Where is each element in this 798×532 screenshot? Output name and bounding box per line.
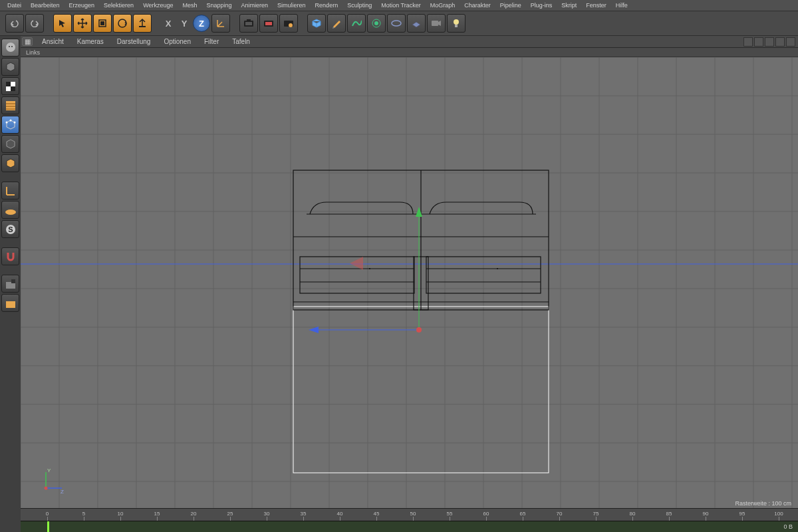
- uv-mode-button[interactable]: [1, 96, 19, 114]
- vp-menu-ansicht[interactable]: Ansicht: [35, 38, 70, 45]
- menu-mograph[interactable]: MoGraph: [426, 2, 460, 9]
- polygon-mode-button[interactable]: [1, 154, 19, 172]
- viewport-panel: ▦ AnsichtKamerasDarstellungOptionenFilte…: [21, 36, 798, 532]
- vp-menu-optionen[interactable]: Optionen: [157, 38, 198, 45]
- timeline-track[interactable]: 0 B: [21, 521, 798, 532]
- svg-rect-4: [244, 21, 253, 27]
- live-select-tool[interactable]: [53, 14, 72, 33]
- menu-bearbeiten[interactable]: Bearbeiten: [26, 2, 65, 9]
- place-tool[interactable]: [133, 14, 152, 33]
- svg-rect-32: [6, 301, 15, 308]
- axis-button[interactable]: [1, 182, 19, 200]
- svg-point-17: [6, 43, 15, 52]
- svg-rect-21: [6, 82, 11, 86]
- vp-nav-icon-5[interactable]: [786, 37, 795, 47]
- menu-snapping[interactable]: Snapping: [202, 2, 237, 9]
- menu-sculpting[interactable]: Sculpting: [342, 2, 376, 9]
- vp-menu-filter[interactable]: Filter: [198, 38, 225, 45]
- viewport-panel-icon[interactable]: ▦: [22, 37, 33, 46]
- undo-button[interactable]: [5, 14, 24, 33]
- menu-skript[interactable]: Skript: [557, 2, 581, 9]
- vp-menu-darstellung[interactable]: Darstellung: [110, 38, 158, 45]
- menu-hilfe[interactable]: Hilfe: [611, 2, 632, 9]
- spline-button[interactable]: [347, 14, 366, 33]
- svg-marker-88: [350, 257, 363, 270]
- render-settings-button[interactable]: [279, 14, 298, 33]
- grid-size-label: Rasterweite : 100 cm: [735, 500, 791, 507]
- vp-nav-icon-3[interactable]: [765, 37, 774, 47]
- svg-rect-14: [432, 21, 438, 26]
- menu-werkzeuge[interactable]: Werkzeuge: [138, 2, 178, 9]
- workplane-button[interactable]: [1, 201, 19, 219]
- svg-point-24: [9, 119, 11, 121]
- svg-marker-86: [309, 327, 319, 333]
- vp-nav-icon-4[interactable]: [775, 37, 785, 47]
- svg-rect-31: [11, 279, 15, 283]
- head-icon[interactable]: [1, 39, 19, 57]
- svg-rect-6: [247, 19, 251, 21]
- menu-animieren[interactable]: Animieren: [237, 2, 273, 9]
- svg-point-10: [289, 23, 293, 27]
- svg-point-80: [497, 268, 498, 269]
- svg-point-87: [416, 327, 422, 332]
- vp-menu-kameras[interactable]: Kameras: [70, 38, 110, 45]
- svg-point-2: [118, 19, 126, 27]
- scale-tool[interactable]: [93, 14, 112, 33]
- floor-button[interactable]: [407, 14, 426, 33]
- mini-axis-icon: Y Z: [39, 468, 66, 495]
- svg-text:Y: Y: [47, 468, 51, 473]
- render-region-button[interactable]: [259, 14, 278, 33]
- menu-motion tracker[interactable]: Motion Tracker: [376, 2, 426, 9]
- menu-selektieren[interactable]: Selektieren: [99, 2, 138, 9]
- axis-z-toggle[interactable]: Z: [193, 15, 210, 32]
- svg-rect-1: [100, 21, 104, 25]
- svg-rect-7: [264, 21, 273, 27]
- menu-datei[interactable]: Datei: [3, 2, 26, 9]
- current-frame-label: 0 B: [783, 523, 793, 530]
- viewport-3d[interactable]: Y Z Rasterweite : 100 cm: [21, 57, 798, 508]
- render-button[interactable]: [239, 14, 258, 33]
- texture-mode-button[interactable]: [1, 77, 19, 95]
- primitive-button[interactable]: [307, 14, 326, 33]
- magnet-button[interactable]: [1, 247, 19, 265]
- redo-button[interactable]: [25, 14, 44, 33]
- svg-rect-22: [11, 86, 15, 91]
- menu-charakter[interactable]: Charakter: [460, 2, 495, 9]
- menu-pipeline[interactable]: Pipeline: [495, 2, 526, 9]
- menu-simulieren[interactable]: Simulieren: [273, 2, 311, 9]
- snap-button[interactable]: S: [1, 220, 19, 238]
- axis-x-toggle[interactable]: X: [161, 16, 176, 31]
- svg-point-91: [45, 487, 48, 490]
- vp-menu-tafeln[interactable]: Tafeln: [225, 38, 257, 45]
- svg-point-26: [5, 121, 7, 123]
- layer-lock-button[interactable]: [1, 275, 19, 293]
- axis-y-toggle[interactable]: Y: [177, 16, 192, 31]
- light-button[interactable]: [447, 14, 466, 33]
- layer-button[interactable]: [1, 294, 19, 312]
- menu-erzeugen[interactable]: Erzeugen: [65, 2, 100, 9]
- menu-mesh[interactable]: Mesh: [178, 2, 201, 9]
- svg-point-25: [13, 121, 15, 123]
- main-menu-bar: DateiBearbeitenErzeugenSelektierenWerkze…: [0, 0, 798, 11]
- move-tool[interactable]: [73, 14, 92, 33]
- model-mode-button[interactable]: [1, 58, 19, 76]
- edge-mode-button[interactable]: [1, 135, 19, 153]
- svg-text:Z: Z: [61, 489, 64, 495]
- environment-button[interactable]: [387, 14, 406, 33]
- deformer-button[interactable]: [367, 14, 386, 33]
- point-mode-button[interactable]: [1, 116, 19, 134]
- viewport-menu-bar: ▦ AnsichtKamerasDarstellungOptionenFilte…: [21, 36, 798, 48]
- rotate-tool[interactable]: [113, 14, 132, 33]
- svg-text:S: S: [8, 225, 13, 233]
- menu-plug-ins[interactable]: Plug-ins: [526, 2, 557, 9]
- pen-button[interactable]: [327, 14, 346, 33]
- timeline-ruler[interactable]: 0510152025303540455055606570758085909510…: [21, 509, 798, 521]
- vp-nav-icon-1[interactable]: [743, 37, 753, 47]
- camera-button[interactable]: [427, 14, 446, 33]
- menu-fenster[interactable]: Fenster: [581, 2, 611, 9]
- vp-nav-icon-2[interactable]: [754, 37, 763, 47]
- svg-rect-5: [245, 22, 252, 25]
- menu-rendern[interactable]: Rendern: [311, 2, 343, 9]
- axis-gizmo[interactable]: [297, 197, 456, 370]
- coord-system-button[interactable]: [211, 14, 230, 33]
